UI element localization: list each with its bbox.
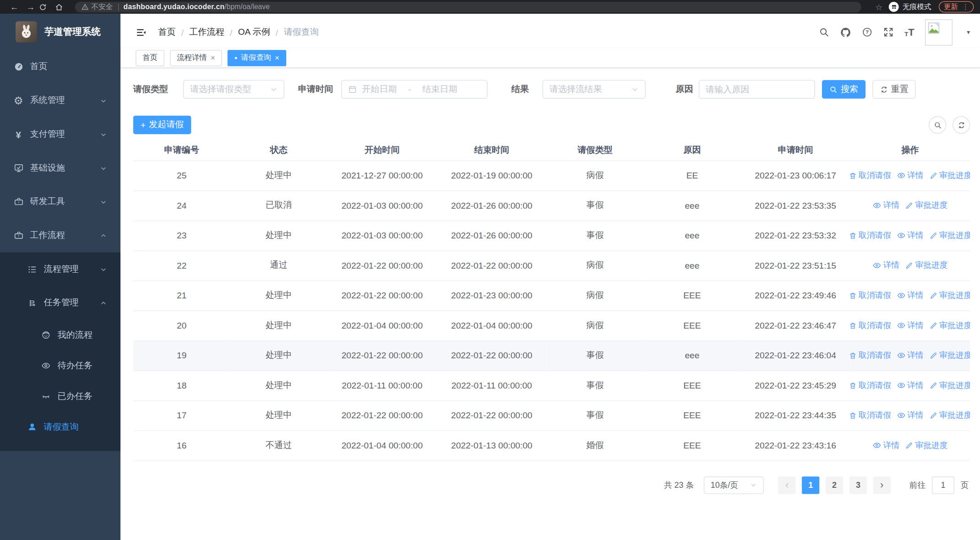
cancel-leave-link[interactable]: 取消请假 (850, 290, 891, 301)
app-title: 芋道管理系统 (44, 26, 101, 38)
approval-progress-link[interactable]: 审批进度 (929, 350, 970, 361)
approval-progress-link[interactable]: 审批进度 (905, 260, 948, 271)
font-size-button[interactable]: TT (904, 27, 915, 37)
cell-end-time: 2022-01-19 00:00:00 (437, 161, 546, 191)
result-label: 结果 (511, 84, 528, 95)
breadcrumb-item[interactable]: OA 示例 (238, 27, 270, 38)
detail-link[interactable]: 详情 (897, 380, 924, 391)
browser-forward-button[interactable]: → (22, 0, 38, 14)
approval-progress-link[interactable]: 审批进度 (929, 380, 970, 391)
cell-status: 处理中 (230, 310, 327, 340)
close-icon[interactable]: × (211, 54, 215, 62)
cell-id: 20 (133, 310, 230, 340)
search-button[interactable]: 搜索 (822, 80, 866, 99)
cell-end-time: 2022-01-13 00:00:00 (437, 430, 546, 460)
refresh-table-button[interactable] (953, 116, 970, 134)
browser-back-button[interactable]: ← (6, 0, 22, 14)
create-leave-button[interactable]: + 发起请假 (133, 115, 191, 134)
app-logo-row[interactable]: 芋道管理系统 (0, 14, 120, 50)
approval-progress-link[interactable]: 审批进度 (929, 170, 970, 181)
sidebar-collapse-button[interactable] (136, 27, 147, 38)
sidebar-item-label: 支付管理 (30, 129, 65, 140)
approval-progress-link[interactable]: 审批进度 (929, 230, 970, 241)
cell-leave-type: 事假 (546, 370, 643, 400)
page-button-2[interactable]: 2 (826, 476, 843, 494)
leave-type-select[interactable]: 请选择请假类型 (183, 80, 284, 99)
tag-process-detail[interactable]: 流程详情 × (170, 50, 222, 66)
detail-link[interactable]: 详情 (897, 290, 924, 301)
sidebar-item-infrastructure[interactable]: 基础设施 (0, 151, 120, 185)
browser-reload-button[interactable] (39, 3, 55, 11)
cancel-leave-link[interactable]: 取消请假 (850, 380, 891, 391)
sidebar-item-system[interactable]: ⚙ 系统管理 (0, 84, 120, 118)
tag-leave-query[interactable]: ● 请假查询 × (228, 50, 286, 66)
cell-leave-type: 病假 (546, 250, 643, 281)
toggle-search-button[interactable] (929, 116, 946, 134)
sidebar-item-dev-tools[interactable]: 研发工具 (0, 185, 120, 219)
active-dot-icon: ● (234, 55, 238, 60)
detail-link[interactable]: 详情 (873, 440, 900, 451)
cancel-leave-link[interactable]: 取消请假 (850, 350, 891, 361)
header-search-button[interactable] (819, 27, 829, 38)
sidebar-item-leave-query[interactable]: 请假查询 (0, 411, 120, 442)
approval-progress-link[interactable]: 审批进度 (929, 290, 970, 301)
sidebar-item-payment[interactable]: ¥ 支付管理 (0, 118, 120, 151)
approval-progress-link[interactable]: 审批进度 (905, 200, 948, 211)
next-page-button[interactable]: › (873, 476, 891, 494)
cancel-leave-link[interactable]: 取消请假 (850, 170, 891, 181)
page-button-3[interactable]: 3 (849, 476, 867, 494)
detail-link[interactable]: 详情 (897, 410, 924, 421)
prev-page-button[interactable]: ‹ (778, 476, 795, 494)
sidebar-item-workflow[interactable]: 工作流程 (0, 219, 120, 253)
breadcrumb-item[interactable]: 首页 (158, 27, 175, 38)
approval-progress-link[interactable]: 审批进度 (929, 320, 970, 331)
table-header-row: 申请编号 状态 开始时间 结束时间 请假类型 原因 申请时间 操作 (133, 141, 970, 160)
reason-input[interactable] (699, 80, 815, 99)
fullscreen-button[interactable] (883, 27, 894, 38)
cancel-leave-link[interactable]: 取消请假 (850, 230, 891, 241)
detail-link[interactable]: 详情 (873, 200, 900, 211)
tag-home[interactable]: 首页 (136, 50, 164, 66)
cell-reason: eee (643, 340, 740, 371)
pencil-icon (929, 292, 937, 300)
browser-update-button[interactable]: 更新 ⋮ (939, 1, 974, 13)
eye-icon (897, 291, 905, 300)
detail-link[interactable]: 详情 (897, 170, 924, 181)
help-button[interactable]: ? (862, 27, 872, 38)
breadcrumb-item[interactable]: 工作流程 (189, 27, 224, 38)
sidebar-item-my-processes[interactable]: 我的流程 (0, 320, 120, 351)
sidebar-item-task-management[interactable]: 任务管理 (0, 286, 120, 320)
approval-progress-link[interactable]: 审批进度 (905, 440, 948, 451)
sidebar-item-process-management[interactable]: 流程管理 (0, 252, 120, 286)
sidebar-item-todo-tasks[interactable]: 待办任务 (0, 351, 120, 381)
user-avatar[interactable] (925, 19, 953, 45)
browser-home-button[interactable] (55, 3, 71, 11)
browser-menu-icon[interactable]: ⋮ (962, 4, 969, 11)
briefcase-icon (13, 231, 24, 241)
end-date-placeholder: 结束日期 (422, 84, 457, 95)
goto-page-input[interactable] (932, 476, 954, 494)
detail-link[interactable]: 详情 (873, 260, 900, 271)
detail-link[interactable]: 详情 (897, 320, 924, 331)
github-button[interactable] (840, 27, 851, 38)
bookmark-star-button[interactable]: ☆ (875, 2, 882, 11)
sidebar-item-done-tasks[interactable]: 已办任务 (0, 381, 120, 412)
approval-progress-link[interactable]: 审批进度 (929, 410, 970, 421)
cell-end-time: 2022-01-22 00:00:00 (437, 250, 546, 281)
caret-down-icon[interactable]: ▾ (967, 29, 970, 36)
detail-link[interactable]: 详情 (897, 350, 924, 361)
detail-link[interactable]: 详情 (897, 230, 924, 241)
apply-time-range-picker[interactable]: 开始日期 - 结束日期 (341, 80, 487, 99)
page-button-1[interactable]: 1 (802, 476, 819, 494)
page-size-select[interactable]: 10条/页 (704, 476, 764, 494)
cancel-leave-link[interactable]: 取消请假 (850, 320, 891, 331)
address-bar[interactable]: 不安全 dashboard.yudao.iocoder.cn /bpm/oa/l… (75, 1, 861, 12)
leave-table: 申请编号 状态 开始时间 结束时间 请假类型 原因 申请时间 操作 25 处理中… (133, 141, 970, 460)
sidebar-item-home[interactable]: 首页 (0, 50, 120, 84)
close-icon[interactable]: × (275, 54, 279, 62)
range-separator: - (408, 84, 411, 94)
cell-id: 18 (133, 370, 230, 400)
result-select[interactable]: 请选择流结果 (543, 80, 646, 99)
cancel-leave-link[interactable]: 取消请假 (850, 410, 891, 421)
reset-button[interactable]: 重置 (872, 80, 915, 99)
